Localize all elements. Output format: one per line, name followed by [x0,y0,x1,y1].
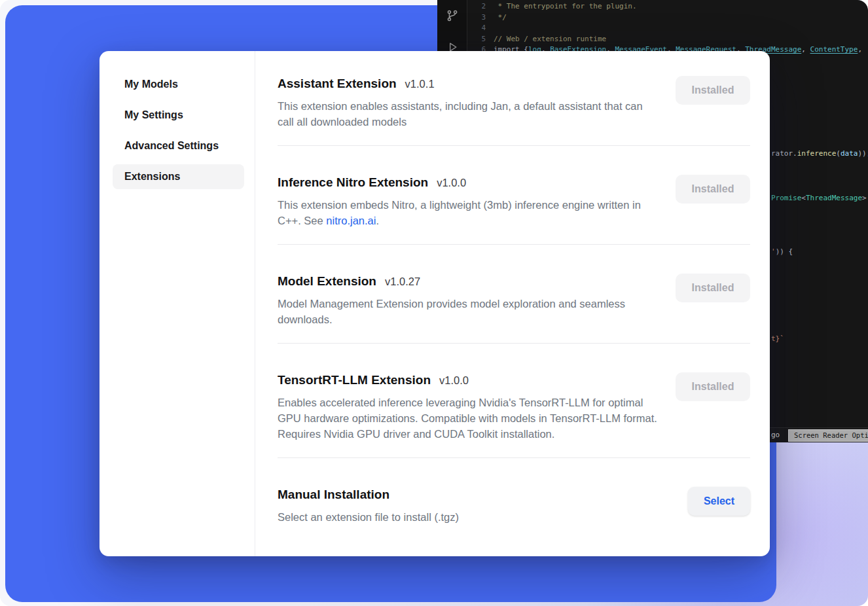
code-fragment: Promise<ThreadMessage> [771,194,867,203]
code-token: ' [771,247,776,256]
code-token: )) { [776,247,793,256]
extension-heading: TensortRT-LLM Extension v1.0.0 [278,371,660,389]
code-token: */ [494,13,507,22]
sidebar-item-advanced-settings[interactable]: Advanced Settings [113,134,244,158]
code-token: , [858,45,866,54]
code-text: */ [494,12,507,24]
extension-version: v1.0.0 [437,177,466,189]
code-fragment: ')) { [771,247,793,257]
sidebar-item-my-models[interactable]: My Models [113,72,244,97]
desktop-background: 2 * The entrypoint for the plugin. 3 */ … [0,0,868,606]
sidebar-item-extensions[interactable]: Extensions [113,164,244,189]
code-fragment: rator.inference(data)); [771,149,868,158]
source-control-icon[interactable] [444,8,460,24]
code-token: ( [836,149,841,158]
installed-button-inference-nitro-extension[interactable]: Installed [676,175,750,204]
extension-text-block: Manual Installation Select an extension … [278,486,459,525]
code-line: 5 // Web / extension runtime [467,34,868,45]
installed-button-tensortrt-llm-extension[interactable]: Installed [676,372,750,401]
extension-title: TensortRT-LLM Extension [278,371,431,389]
settings-modal: My Models My Settings Advanced Settings … [99,51,770,556]
sidebar-item-label: Advanced Settings [124,140,219,151]
extension-title: Assistant Extension [278,75,397,93]
code-line: 4 [467,23,868,34]
extension-heading: Inference Nitro Extension v1.0.0 [278,173,660,192]
extension-heading: Assistant Extension v1.0.1 [278,75,660,93]
extension-version: v1.0.27 [385,276,420,288]
code-token: ThreadMessage [806,194,862,202]
extension-section-inference-nitro-extension: Inference Nitro Extension v1.0.0 This ex… [278,173,750,245]
extension-description: Select an extension file to install (.tg… [278,509,459,525]
installed-button-model-extension[interactable]: Installed [676,274,750,302]
extension-description: This extension embeds Nitro, a lightweig… [278,197,660,228]
extension-section-manual-installation: Manual Installation Select an extension … [278,486,750,541]
extension-title: Model Extension [278,272,376,291]
code-token: inference [797,149,837,158]
extension-version: v1.0.1 [405,78,435,90]
extension-title: Manual Installation [278,486,389,504]
code-token: // Web / extension runtime [494,35,606,43]
code-token: > [862,194,867,202]
line-number: 3 [467,12,486,24]
code-token: Promise [771,194,801,202]
code-token: data [841,149,858,158]
installed-button-assistant-extension[interactable]: Installed [676,76,750,105]
extension-text-block: TensortRT-LLM Extension v1.0.0 Enables a… [278,371,660,442]
extension-title: Inference Nitro Extension [278,173,428,192]
code-text: // Web / extension runtime [494,34,606,45]
nitro-jan-ai-link[interactable]: nitro.jan.ai [326,215,376,226]
line-number: 4 [467,23,486,34]
extension-heading: Model Extension v1.0.27 [278,272,660,291]
select-button-manual-installation[interactable]: Select [688,487,750,516]
sidebar-item-label: Extensions [124,171,180,182]
code-fragment: t}` [771,334,784,344]
extension-description: This extension enables assistants, inclu… [278,98,660,130]
extension-version: v1.0.0 [439,374,469,387]
sidebar-nav: My Models My Settings Advanced Settings … [99,51,255,556]
extension-description: Enables accelerated inference leveraging… [278,395,660,442]
extension-section-assistant-extension: Assistant Extension v1.0.1 This extensio… [278,75,750,146]
sidebar-item-my-settings[interactable]: My Settings [113,103,244,128]
line-number: 5 [467,34,486,45]
code-text: * The entrypoint for the plugin. [494,1,637,12]
extension-text-block: Assistant Extension v1.0.1 This extensio… [278,75,660,130]
code-token: , [801,45,810,54]
code-token: < [801,194,806,202]
code-token: rator. [771,149,797,158]
extension-text-block: Model Extension v1.0.27 Model Management… [278,272,660,327]
extension-section-model-extension: Model Extension v1.0.27 Model Management… [278,272,750,344]
statusbar-text: go [771,428,780,442]
sidebar-item-label: My Models [124,79,178,90]
code-line: 2 * The entrypoint for the plugin. [467,1,868,12]
code-token: ContentType [810,45,858,54]
sidebar-item-label: My Settings [124,109,183,120]
extensions-list: Assistant Extension v1.0.1 This extensio… [255,51,770,556]
editor-code-lines: 2 * The entrypoint for the plugin. 3 */ … [467,1,868,56]
extension-heading: Manual Installation [278,486,459,504]
code-token: * The entrypoint for the plugin. [494,2,637,10]
screen-reader-status-badge: Screen Reader Optimized [788,429,868,442]
code-token: t}` [771,334,784,343]
code-token: )); [858,149,868,158]
extension-section-tensortrt-llm-extension: TensortRT-LLM Extension v1.0.0 Enables a… [278,371,750,458]
code-line: 3 */ [467,12,868,24]
line-number: 2 [467,1,486,12]
extension-text-block: Inference Nitro Extension v1.0.0 This ex… [278,173,660,228]
extension-description: Model Management Extension provides mode… [278,296,660,327]
